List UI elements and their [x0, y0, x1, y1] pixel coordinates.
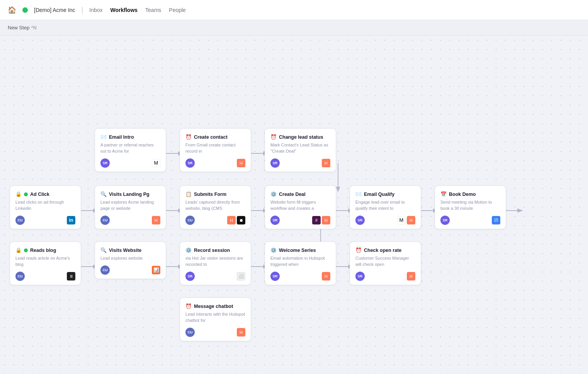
- book-demo-title: Book Demo: [449, 192, 476, 197]
- change-lead-title: Change lead status: [279, 134, 323, 140]
- avatar: CU: [15, 216, 25, 225]
- company-name[interactable]: [Demo] Acme Inc: [34, 7, 75, 13]
- white-badge: ⬜: [237, 272, 245, 280]
- avatar: SR: [270, 272, 280, 281]
- submits-form-desc: Leads' captured directly from website, b…: [185, 199, 245, 212]
- visits-landing-icon: 🔍: [100, 191, 107, 197]
- record-session-icon: ⚙️: [185, 247, 192, 253]
- create-contact-icon: ⏰: [185, 134, 192, 140]
- ad-click-desc: Lead clicks on ad through Linkedin: [15, 199, 75, 212]
- avatar: CU: [100, 216, 110, 225]
- reads-blog-icon: 🔒: [15, 247, 22, 253]
- toolbar: New Step ^N: [0, 20, 588, 36]
- green-dot: [24, 248, 28, 252]
- email-qualify-icon: ✉️: [355, 191, 362, 197]
- record-session-title: Record session: [194, 248, 230, 253]
- badge-group: M H: [397, 216, 415, 224]
- message-chatbot-icon: ⏰: [185, 303, 192, 309]
- badge-group: H ⏺: [227, 216, 245, 224]
- nav-inbox[interactable]: Inbox: [89, 7, 102, 13]
- submits-form-icon: 📋: [185, 191, 192, 197]
- nav-links: Inbox Workflows Teams People: [89, 7, 186, 13]
- card-visits-website[interactable]: 🔍 Visits Website Lead explores website C…: [95, 241, 166, 279]
- visits-landing-desc: Lead explores Acme landing page or websi…: [100, 199, 160, 212]
- slack-badge: #: [312, 216, 321, 224]
- card-welcome-series[interactable]: ⚙️ Welcome Series Email automation in Hu…: [265, 241, 336, 285]
- card-footer: SR M: [100, 158, 160, 168]
- email-qualify-desc: Engage lead over email to qualify their …: [355, 199, 415, 212]
- card-submits-form[interactable]: 📋 Submits Form Leads' captured directly …: [180, 185, 251, 229]
- avatar-group: SR: [100, 158, 110, 168]
- card-email-intro[interactable]: ✉️ Email Intro A partner or referral rea…: [95, 128, 166, 172]
- email-intro-desc: A partner or referral reaches out to Acm…: [100, 142, 160, 155]
- card-create-contact[interactable]: ⏰ Create contact From Gmail create conta…: [180, 128, 251, 172]
- avatar: CU: [100, 265, 110, 275]
- avatar: SR: [100, 158, 110, 168]
- visits-website-desc: Lead explores website: [100, 255, 160, 262]
- create-deal-desc: Website form fill triggers workflow and …: [270, 199, 330, 212]
- create-deal-icon: ⚙️: [270, 191, 277, 197]
- hubspot-badge: H: [407, 272, 415, 280]
- home-icon[interactable]: 🏠: [8, 6, 16, 14]
- change-lead-icon: ⏰: [270, 134, 277, 140]
- avatar: SR: [440, 216, 450, 225]
- hubspot-badge: H: [322, 159, 330, 167]
- nav-people[interactable]: People: [169, 7, 186, 13]
- linkedin-badge: in: [67, 216, 75, 224]
- card-book-demo[interactable]: 📅 Book Demo Send meeting via Motion to b…: [435, 185, 506, 229]
- card-email-qualify[interactable]: ✉️ Email Qualify Engage lead over email …: [350, 185, 421, 229]
- card-message-chatbot[interactable]: ⏰ Message chatbot Lead interacts with th…: [180, 298, 251, 341]
- card-change-lead-status[interactable]: ⏰ Change lead status Mark Contact's Lead…: [265, 128, 336, 172]
- hubspot-badge: H: [152, 216, 160, 224]
- create-contact-title: Create contact: [194, 134, 228, 140]
- ad-click-title: Ad Click: [30, 192, 49, 197]
- gmail-badge: M: [152, 159, 160, 167]
- hubspot-badge: H: [322, 272, 330, 280]
- welcome-series-icon: ⚙️: [270, 247, 277, 253]
- visits-website-title: Visits Website: [109, 248, 141, 253]
- card-visits-landing[interactable]: 🔍 Visits Landing Pg Lead explores Acme l…: [95, 185, 166, 229]
- card-record-session[interactable]: ⚙️ Record session via Hot Jar visitor se…: [180, 241, 251, 285]
- email-intro-icon: ✉️: [100, 134, 107, 140]
- reads-blog-desc: Lead reads article on Acme's blog: [15, 255, 75, 268]
- avatar: CU: [15, 272, 25, 281]
- green-dot: [24, 192, 28, 196]
- new-step-shortcut: ^N: [31, 25, 36, 31]
- gmail-badge: M: [397, 216, 406, 224]
- card-create-deal[interactable]: ⚙️ Create Deal Website form fill trigger…: [265, 185, 336, 229]
- change-lead-desc: Mark Contact's Lead Status as "Create De…: [270, 142, 330, 155]
- avatar: SR: [185, 158, 195, 168]
- create-contact-desc: From Gmail create contact record in: [185, 142, 245, 155]
- book-demo-icon: 📅: [440, 191, 447, 197]
- nav-workflows[interactable]: Workflows: [110, 7, 138, 13]
- card-header: ✉️ Email Intro: [100, 134, 160, 140]
- hubspot-badge: H: [237, 328, 245, 337]
- avatar: SR: [270, 216, 280, 225]
- avatar: SR: [185, 272, 195, 281]
- badge-group: # H: [312, 216, 330, 224]
- nav-teams[interactable]: Teams: [145, 7, 161, 13]
- card-reads-blog[interactable]: 🔒 Reads blog Lead reads article on Acme'…: [10, 241, 81, 285]
- hubspot-badge: H: [237, 159, 245, 167]
- reads-blog-title: Reads blog: [30, 248, 56, 253]
- hubspot-badge: H: [322, 216, 330, 224]
- email-intro-title: Email Intro: [109, 134, 134, 140]
- navigation: 🏠 [Demo] Acme Inc | Inbox Workflows Team…: [0, 0, 588, 20]
- card-ad-click[interactable]: 🔒 Ad Click Lead clicks on ad through Lin…: [10, 185, 81, 229]
- barchart-badge: ⏸: [67, 272, 75, 280]
- check-open-rate-desc: Customer Success Manager will check open: [355, 255, 415, 268]
- check-open-rate-icon: ⏰: [355, 247, 362, 253]
- new-step-label[interactable]: New Step: [8, 25, 29, 31]
- bar-badge: 📊: [152, 266, 160, 274]
- visits-website-icon: 🔍: [100, 247, 107, 253]
- book-demo-desc: Send meeting via Motion to book a 30 min…: [440, 199, 500, 212]
- avatar: CU: [185, 328, 195, 337]
- submits-form-title: Submits Form: [194, 192, 226, 197]
- avatar: SR: [355, 216, 365, 225]
- cal-badge: 15: [492, 216, 500, 224]
- card-check-open-rate[interactable]: ⏰ Check open rate Customer Success Manag…: [350, 241, 421, 285]
- hubspot-badge: H: [407, 216, 415, 224]
- avatar: CU: [185, 216, 195, 225]
- workflow-canvas[interactable]: ✉️ Email Intro A partner or referral rea…: [0, 36, 588, 374]
- email-qualify-title: Email Qualify: [364, 192, 394, 197]
